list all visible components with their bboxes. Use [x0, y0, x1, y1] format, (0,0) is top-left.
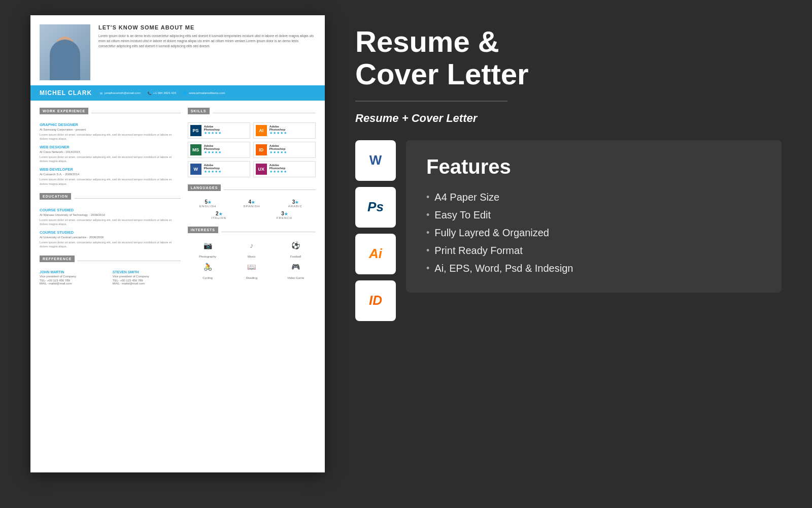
software-icons-list: W Ps Ai ID [355, 140, 396, 321]
lang-grid-bottom: 2★ ITALIAN 3★ FRENCH [188, 211, 316, 219]
interests-grid-bottom: 🚴 Cycling 📖 Reading 🎮 Video Game [188, 263, 316, 281]
lang-spanish: 4★ SPANISH [231, 199, 272, 208]
job-2-title: WEB DESIGNER [40, 145, 181, 149]
football-label: Football [290, 255, 301, 258]
videogame-icon: 🎮 [276, 263, 316, 271]
resume-preview: LET'S KNOW SOME ABOUT ME Lorem ipsum dol… [30, 15, 325, 472]
ux-icon-box: UX [256, 164, 267, 175]
camera-icon: 📷 [188, 241, 228, 249]
id-name: AdobePhotoshop [269, 144, 287, 150]
course-2-company: At University of Central Lancashire - 20… [40, 236, 181, 239]
interests-section-title: INTERESTS [188, 227, 218, 233]
product-title: Resume & Cover Letter [355, 25, 782, 90]
feature-2-label: Easy To Edit [434, 209, 491, 221]
skills-section-title: SKILLS [188, 108, 210, 114]
feature-3-label: Fully Layred & Organized [434, 227, 549, 239]
interest-reading: 📖 Reading [231, 263, 272, 281]
edu-section-title: EDUCATION [40, 193, 71, 200]
resume-header: LET'S KNOW SOME ABOUT ME Lorem ipsum dol… [30, 15, 325, 80]
features-list: • A4 Paper Size • Easy To Edit • Fully L… [426, 188, 761, 277]
feature-1-label: A4 Paper Size [434, 192, 499, 203]
course-1: COURSE STUDIED At Warsaw University of T… [40, 208, 181, 226]
job-1-desc: Lorem ipsum dolor sit amet, consectetur … [40, 133, 181, 141]
website-item: 🌐 www.johnatanwilliams.com [183, 91, 225, 95]
lang-grid-top: 5★ ENGLISH 4★ SPANISH 3★ ARABIC [188, 199, 316, 208]
lang-section-header: LANGUAGES [188, 184, 316, 195]
job-2-company: At Cisco Network - 2014/2015 [40, 150, 181, 153]
ux-name: AdobePhotoshop [269, 164, 287, 170]
photo-figure [50, 40, 80, 80]
job-3-company: At Comarch S.A. - 2009/2014 [40, 173, 181, 176]
job-3-title: WEB DEVELOPER [40, 167, 181, 172]
bullet-5: • [426, 263, 429, 274]
languages-section: LANGUAGES 5★ ENGLISH 4★ SPANISH [188, 184, 316, 219]
lang-italian: 2★ ITALIAN [188, 211, 250, 219]
lang-french: 3★ FRENCH [253, 211, 316, 219]
ms-stars: ★★★★★ [204, 150, 222, 154]
globe-icon: 🌐 [183, 91, 187, 95]
features-title: Features [426, 155, 761, 178]
email-item: ✉ jonathansmith@email.com [100, 91, 141, 95]
skills-section: SKILLS PS AdobePhotoshop ★★★★★ AI [188, 108, 316, 177]
job-1-title: GRAPHIC DESIGNER [40, 122, 181, 127]
ps-info: AdobePhotoshop ★★★★★ [204, 125, 222, 135]
work-section-title: WORK EXPERIENCE [40, 108, 88, 114]
resume-left-col: WORK EXPERIENCE GRAPHIC DESIGNER At Sams… [40, 108, 181, 292]
w-info: AdobePhotoshop ★★★★★ [204, 164, 222, 174]
product-title-line1: Resume & [355, 25, 499, 58]
interests-grid-top: 📷 Photography ♪ Music ⚽ Football [188, 241, 316, 260]
ms-info: AdobePhotoshop ★★★★★ [204, 144, 222, 154]
work-experience-section: WORK EXPERIENCE GRAPHIC DESIGNER At Sams… [40, 108, 181, 186]
skill-ps: PS AdobePhotoshop ★★★★★ [188, 122, 250, 139]
id-info: AdobePhotoshop ★★★★★ [269, 144, 287, 154]
sw-icon-id: ID [355, 280, 396, 321]
interest-football: ⚽ Football [276, 241, 316, 260]
skill-w: W AdobePhotoshop ★★★★★ [188, 161, 250, 177]
skills-grid: PS AdobePhotoshop ★★★★★ AI AdobePhotosho… [188, 122, 316, 177]
interest-music: ♪ Music [231, 241, 272, 260]
photography-label: Photography [199, 255, 216, 258]
interests-section-header: INTERESTS [188, 227, 316, 237]
bottom-section: W Ps Ai ID Features • A4 Paper Si [355, 140, 782, 321]
skill-id: ID AdobePhotoshop ★★★★★ [253, 142, 316, 158]
cycling-label: Cycling [202, 276, 213, 279]
lang-italian-label: ITALIAN [188, 216, 250, 219]
lang-english: 5★ ENGLISH [188, 199, 228, 208]
lang-section-title: LANGUAGES [188, 184, 221, 191]
feature-5-label: Ai, EPS, Word, Psd & Indesign [434, 263, 573, 274]
sw-icon-word: W [355, 140, 396, 181]
course-1-company: At Warsaw University of Technology - 200… [40, 213, 181, 216]
contact-info: ✉ jonathansmith@email.com 📞 +1 394 3823 … [100, 91, 225, 95]
ms-name: AdobePhotoshop [204, 144, 222, 150]
education-section: EDUCATION COURSE STUDIED At Warsaw Unive… [40, 193, 181, 248]
feature-item-1: • A4 Paper Size [426, 188, 761, 206]
course-2: COURSE STUDIED At University of Central … [40, 230, 181, 248]
work-section-header: WORK EXPERIENCE [40, 108, 181, 118]
resume-intro: LET'S KNOW SOME ABOUT ME Lorem ipsum dol… [98, 24, 316, 48]
skills-section-header: SKILLS [188, 108, 316, 118]
resume-photo [40, 24, 90, 80]
lang-english-label: ENGLISH [188, 205, 228, 208]
ref-2: STEVEN SMITH Vice president of Company T… [113, 270, 181, 285]
w-icon-box: W [190, 164, 201, 175]
feature-4-label: Print Ready Format [434, 245, 522, 257]
lang-english-score: 5★ [188, 199, 228, 205]
ps-stars: ★★★★★ [204, 131, 222, 135]
course-1-desc: Lorem ipsum dolor sit amet, consectetur … [40, 218, 181, 226]
ref-section-title: REFFERENCE [40, 256, 75, 262]
ref-section-divider [78, 261, 180, 261]
music-icon: ♪ [231, 241, 272, 249]
ps-icon-label: Ps [367, 199, 384, 215]
ms-icon-box: MS [190, 144, 201, 155]
reference-section: REFFERENCE JOHN MARTIN Vice president of… [40, 256, 181, 285]
work-section-divider [91, 113, 180, 113]
ai-name: AdobePhotoshop [269, 125, 287, 131]
resume-right-col: SKILLS PS AdobePhotoshop ★★★★★ AI [188, 108, 316, 292]
ref-section-header: REFFERENCE [40, 256, 181, 266]
lang-french-score: 3★ [253, 211, 316, 216]
music-label: Music [248, 255, 256, 258]
lang-arabic-label: ARABIC [275, 205, 316, 208]
course-2-desc: Lorem ipsum dolor sit amet, consectetur … [40, 240, 181, 248]
main-container: LET'S KNOW SOME ABOUT ME Lorem ipsum dol… [30, 15, 782, 493]
skill-ux: UX AdobePhotoshop ★★★★★ [253, 161, 316, 177]
